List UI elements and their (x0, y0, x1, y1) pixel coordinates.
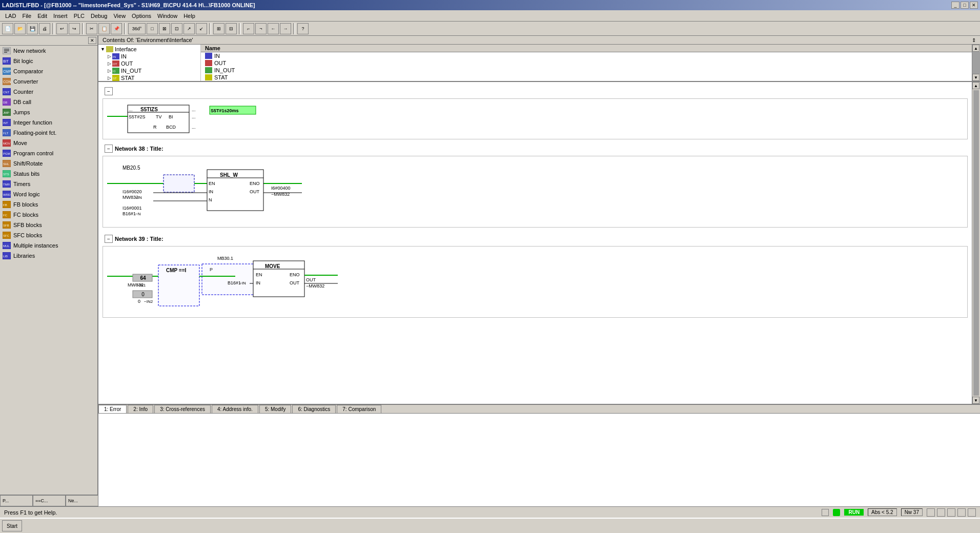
tree-item-in-out[interactable]: ▷ IO IN_OUT (107, 67, 199, 74)
network-39-area: − Network 39 : Title: CMP ==I (103, 234, 968, 318)
minimize-button[interactable]: _ (951, 2, 959, 9)
libraries-label: Libraries (13, 253, 35, 259)
toolbar-save[interactable]: 💾 (27, 23, 38, 34)
integer-function-icon: INT (2, 118, 11, 127)
network-37-ladder: S5TIZS S5T#2S TV BI ... ... (103, 98, 968, 139)
diagram-scrollbar[interactable]: ▲ ▼ (972, 82, 980, 404)
bit-logic-icon: BIT (2, 57, 11, 65)
menu-window[interactable]: Window (154, 12, 180, 20)
toolbar-btn4[interactable]: 36d° (128, 23, 146, 34)
menu-lad[interactable]: LAD (2, 12, 19, 20)
menu-help[interactable]: Help (180, 12, 198, 20)
tab-comparison[interactable]: 7: Comparison (337, 405, 381, 413)
scroll-down-arrow[interactable]: ▼ (972, 74, 979, 81)
nav-item-shift-rotate[interactable]: SHL Shift/Rotate (0, 158, 97, 169)
menu-view[interactable]: View (110, 12, 129, 20)
nav-item-floating-point[interactable]: FLT Floating-point fct. (0, 128, 97, 138)
toolbar-undo[interactable]: ↩ (56, 23, 68, 34)
tab-error[interactable]: 1: Error (98, 405, 127, 413)
toolbar-cut[interactable]: ✂ (86, 23, 97, 34)
nav-item-multiple-instances[interactable]: MUL Multiple instances (0, 240, 97, 251)
toolbar-arrow2[interactable]: → (280, 23, 291, 34)
menu-plc[interactable]: PLC (71, 12, 88, 20)
nav-item-fb-blocks[interactable]: FB FB blocks (0, 199, 97, 210)
toolbar-btn7[interactable]: ⊡ (171, 23, 182, 34)
interface-tree: ▼ Interface ▷ IN IN ▷ (98, 45, 201, 81)
nav-item-timers[interactable]: TMR Timers (0, 179, 97, 189)
nav-item-jumps[interactable]: JMP Jumps (0, 107, 97, 117)
tab-cross-refs[interactable]: 3: Cross-references (154, 405, 211, 413)
tree-item-stat[interactable]: ▷ ST STAT (107, 74, 199, 81)
nav-item-integer-function[interactable]: INT Integer function (0, 117, 97, 128)
network-37-collapse[interactable]: − (105, 87, 113, 95)
toolbar-btn9[interactable]: ↙ (196, 23, 207, 34)
toolbar-connect[interactable]: ⌐ (243, 23, 254, 34)
toolbar-print[interactable]: 🖨 (39, 23, 50, 34)
list-item-in-out[interactable]: IN_OUT (201, 67, 972, 74)
toolbar-open[interactable]: 📂 (14, 23, 26, 34)
network-37-svg: S5TIZS S5T#2S TV BI ... ... (107, 101, 363, 137)
diag-scroll-down[interactable]: ▼ (972, 397, 979, 404)
tab-info[interactable]: 2: Info (128, 405, 153, 413)
tab-modify[interactable]: 5: Modify (259, 405, 292, 413)
menu-insert[interactable]: Insert (50, 12, 71, 20)
tree-item-out[interactable]: ▷ OT OUT (107, 60, 199, 67)
list-item-stat[interactable]: STAT (201, 74, 972, 81)
diag-scroll-up[interactable]: ▲ (972, 82, 979, 89)
nav-item-word-logic[interactable]: WRD Word logic (0, 189, 97, 199)
contents-scrollbar[interactable]: ▲ ▼ (972, 45, 980, 81)
nav-item-counter[interactable]: CNT Counter (0, 87, 97, 97)
list-item-out[interactable]: OUT (201, 59, 972, 67)
menu-options[interactable]: Options (129, 12, 154, 20)
taskbar-start[interactable]: Start (2, 520, 22, 531)
toolbar-paste[interactable]: 📌 (111, 23, 122, 34)
toolbar-new[interactable]: 📄 (2, 23, 13, 34)
nav-item-bit-logic[interactable]: BIT Bit logic (0, 56, 97, 66)
panel-tab-c[interactable]: ==C... (33, 495, 66, 506)
toolbar-help[interactable]: ? (297, 23, 309, 34)
nav-item-converter[interactable]: CON Converter (0, 76, 97, 87)
nav-item-fc-blocks[interactable]: FC FC blocks (0, 210, 97, 220)
scroll-up-arrow[interactable]: ▲ (972, 45, 979, 52)
scroll-thumb[interactable] (972, 52, 980, 74)
svg-text:ST: ST (113, 77, 117, 80)
nav-item-move[interactable]: MOV Move (0, 138, 97, 148)
menu-file[interactable]: File (19, 12, 34, 20)
nav-item-program-control[interactable]: PGM Program control (0, 148, 97, 158)
nav-item-db-call[interactable]: DB DB call (0, 97, 97, 107)
toolbar-minus[interactable]: ⊟ (226, 23, 237, 34)
network-39-collapse[interactable]: − (105, 235, 113, 243)
menu-edit[interactable]: Edit (34, 12, 50, 20)
toolbar-plus[interactable]: ⊞ (213, 23, 224, 34)
nav-item-sfb-blocks[interactable]: SFB SFB blocks (0, 220, 97, 230)
diag-scroll-thumb[interactable] (973, 90, 979, 396)
status-bar: Press F1 to get Help. RUN Abs < 5.2 Nw 3… (0, 506, 980, 518)
toolbar-btn6[interactable]: ⊠ (159, 23, 170, 34)
tree-item-in[interactable]: ▷ IN IN (107, 53, 199, 60)
panel-close-btn[interactable]: ✕ (88, 37, 96, 44)
toolbar-btn8[interactable]: ↗ (183, 23, 195, 34)
nav-item-status-bits[interactable]: STS Status bits (0, 169, 97, 179)
nav-item-libraries[interactable]: LIB Libraries (0, 251, 97, 261)
panel-tab-p[interactable]: P... (0, 495, 33, 506)
nav-item-new-network[interactable]: New network (0, 46, 97, 56)
separator-3 (124, 23, 126, 34)
panel-tab-n[interactable]: Ne... (66, 495, 98, 506)
network-38-collapse[interactable]: − (105, 145, 113, 153)
list-item-in[interactable]: IN (201, 52, 972, 59)
toolbar-connect2[interactable]: ¬ (255, 23, 267, 34)
nav-item-sfc-blocks[interactable]: SFC SFC blocks (0, 230, 97, 240)
sfb-blocks-label: SFB blocks (13, 222, 42, 228)
menu-debug[interactable]: Debug (88, 12, 110, 20)
tree-item-interface[interactable]: ▼ Interface (99, 46, 199, 53)
toolbar-arrow1[interactable]: ← (268, 23, 279, 34)
nav-item-comparator[interactable]: CMP Comparator (0, 66, 97, 76)
tab-address-info[interactable]: 4: Address info. (212, 405, 258, 413)
maximize-button[interactable]: □ (961, 2, 969, 9)
toolbar-redo[interactable]: ↪ (69, 23, 80, 34)
toolbar-btn5[interactable]: □ (147, 23, 158, 34)
close-button[interactable]: ✕ (970, 2, 978, 9)
tab-diagnostics[interactable]: 6: Diagnostics (292, 405, 336, 413)
toolbar-copy[interactable]: 📋 (98, 23, 110, 34)
svg-text:...: ... (129, 107, 133, 112)
